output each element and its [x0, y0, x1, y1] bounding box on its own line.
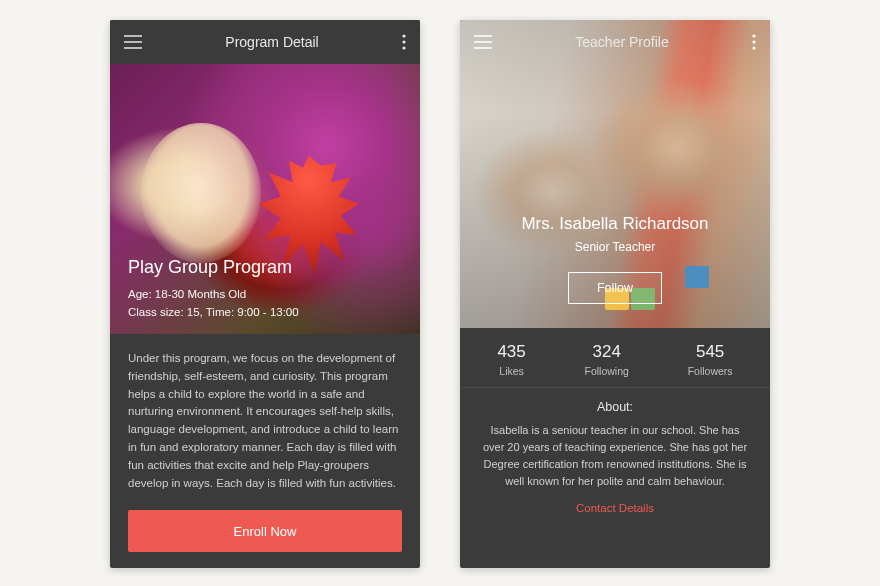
more-icon[interactable] — [752, 34, 756, 50]
teacher-hero: Teacher Profile Mrs. Isabella Richardson… — [460, 20, 770, 328]
program-title: Play Group Program — [128, 257, 402, 278]
stat-value: 435 — [497, 342, 525, 362]
stat-value: 545 — [688, 342, 733, 362]
svg-point-4 — [752, 40, 755, 43]
stat-following[interactable]: 324 Following — [585, 342, 629, 377]
stat-label: Likes — [497, 365, 525, 377]
hero-text-block: Play Group Program Age: 18-30 Months Old… — [128, 257, 402, 318]
appbar: Program Detail — [110, 20, 420, 64]
stat-label: Following — [585, 365, 629, 377]
contact-details-link[interactable]: Contact Details — [576, 502, 654, 514]
more-icon[interactable] — [402, 34, 406, 50]
svg-point-3 — [752, 34, 755, 37]
teacher-name: Mrs. Isabella Richardson — [521, 214, 708, 234]
stat-followers[interactable]: 545 Followers — [688, 342, 733, 377]
program-description: Under this program, we focus on the deve… — [110, 334, 420, 510]
program-class: Class size: 15, Time: 9:00 - 13:00 — [128, 306, 402, 318]
teacher-role: Senior Teacher — [575, 240, 656, 254]
svg-point-0 — [402, 34, 405, 37]
about-heading: About: — [480, 400, 750, 414]
svg-point-1 — [402, 40, 405, 43]
teacher-profile-screen: Teacher Profile Mrs. Isabella Richardson… — [460, 20, 770, 568]
program-hero: Play Group Program Age: 18-30 Months Old… — [110, 64, 420, 334]
stat-likes[interactable]: 435 Likes — [497, 342, 525, 377]
child-face-illustration — [141, 123, 261, 263]
menu-icon[interactable] — [124, 35, 142, 49]
about-section: About: Isabella is a seniour teacher in … — [460, 388, 770, 516]
stats-row: 435 Likes 324 Following 545 Followers — [460, 328, 770, 388]
program-detail-screen: Program Detail Play Group Program Age: 1… — [110, 20, 420, 568]
menu-icon[interactable] — [474, 35, 492, 49]
enroll-button[interactable]: Enroll Now — [128, 510, 402, 552]
stat-label: Followers — [688, 365, 733, 377]
program-age: Age: 18-30 Months Old — [128, 288, 402, 300]
svg-point-2 — [402, 46, 405, 49]
appbar-title: Teacher Profile — [575, 34, 668, 50]
stat-value: 324 — [585, 342, 629, 362]
appbar: Teacher Profile — [460, 20, 770, 64]
about-text: Isabella is a seniour teacher in our sch… — [480, 422, 750, 490]
svg-point-5 — [752, 46, 755, 49]
appbar-title: Program Detail — [225, 34, 318, 50]
follow-button[interactable]: Follow — [568, 272, 662, 304]
